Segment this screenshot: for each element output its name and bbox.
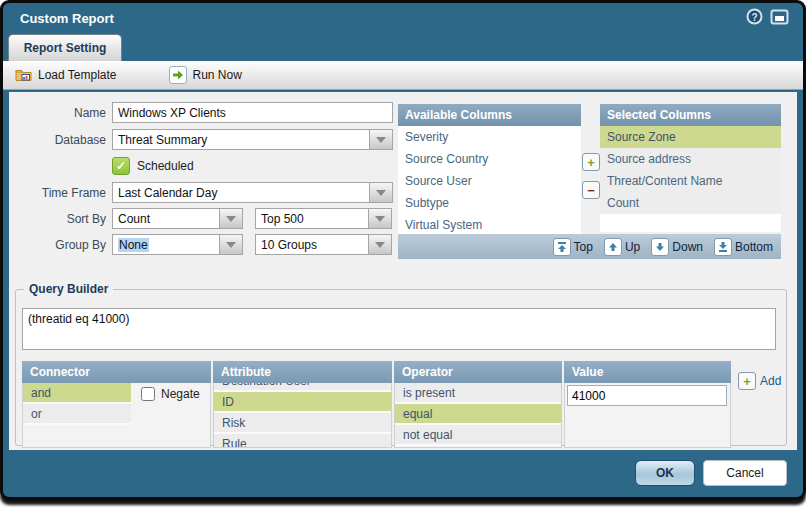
attribute-option[interactable]: Rule: [214, 434, 391, 448]
cancel-button[interactable]: Cancel: [703, 460, 787, 486]
attribute-header: Attribute: [213, 361, 392, 383]
chevron-down-icon[interactable]: [369, 183, 392, 202]
tab-label: Report Setting: [24, 41, 107, 55]
tab-strip: Report Setting: [3, 31, 803, 61]
folder-icon: [15, 67, 32, 84]
arrow-top-icon: [553, 238, 571, 256]
database-dropdown[interactable]: Threat Summary: [112, 129, 393, 150]
move-top-label: Top: [574, 240, 593, 254]
attribute-list[interactable]: Destination User ID Risk Rule: [213, 383, 392, 448]
svg-text:?: ?: [751, 12, 757, 23]
operator-option[interactable]: not equal: [395, 425, 561, 446]
help-icon[interactable]: ?: [746, 8, 763, 28]
available-columns-list: Severity Source Country Source User Subt…: [398, 126, 581, 236]
negate-field: Negate: [141, 387, 200, 401]
move-down-button[interactable]: Down: [651, 238, 703, 256]
value-input[interactable]: [567, 385, 727, 406]
move-bottom-button[interactable]: Bottom: [714, 238, 773, 256]
operator-list[interactable]: is present equal not equal: [394, 383, 562, 448]
selected-columns-panel: Selected Columns Source Zone Source addr…: [600, 104, 781, 232]
load-template-label: Load Template: [38, 68, 117, 82]
run-now-button[interactable]: Run Now: [157, 61, 254, 89]
ok-button[interactable]: OK: [635, 460, 695, 486]
available-columns-header: Available Columns: [398, 104, 581, 126]
list-item[interactable]: Virtual System: [398, 214, 581, 236]
remove-column-button[interactable]: −: [582, 181, 600, 199]
database-label: Database: [9, 133, 106, 147]
sort-by-value: Count: [118, 212, 150, 226]
list-item[interactable]: Source User: [398, 170, 581, 192]
group-by-dropdown[interactable]: None: [112, 234, 243, 255]
list-item[interactable]: Source address: [600, 148, 781, 170]
dialog-footer: OK Cancel: [635, 460, 787, 486]
chevron-down-icon[interactable]: [219, 209, 242, 228]
minimize-window-icon[interactable]: [770, 9, 789, 28]
selected-columns-header: Selected Columns: [600, 104, 781, 126]
selected-columns-list: Source Zone Source address Threat/Conten…: [600, 126, 781, 232]
attribute-option[interactable]: Risk: [214, 413, 391, 434]
query-input[interactable]: [22, 308, 776, 350]
tab-report-setting[interactable]: Report Setting: [8, 34, 122, 61]
attribute-option[interactable]: Destination User: [214, 383, 391, 392]
query-builder-title: Query Builder: [24, 282, 113, 296]
available-columns-panel: Available Columns Severity Source Countr…: [398, 104, 581, 236]
chevron-down-icon[interactable]: [368, 235, 391, 254]
run-now-label: Run Now: [193, 68, 242, 82]
operator-column: Operator is present equal not equal: [394, 361, 562, 448]
list-item[interactable]: Subtype: [398, 192, 581, 214]
name-input[interactable]: [112, 102, 393, 123]
add-rule-label: Add: [760, 374, 781, 388]
arrow-down-icon: [651, 238, 669, 256]
connector-column: Connector and or Negate: [22, 361, 211, 448]
run-now-icon: [169, 66, 187, 84]
list-item[interactable]: Threat/Content Name: [600, 170, 781, 192]
group-by-label: Group By: [9, 238, 106, 252]
dialog-title: Custom Report: [20, 11, 114, 26]
connector-option-selected[interactable]: and: [23, 383, 131, 404]
load-template-button[interactable]: Load Template: [3, 61, 129, 89]
chevron-down-icon[interactable]: [219, 235, 242, 254]
operator-header: Operator: [394, 361, 562, 383]
arrow-up-icon: [604, 238, 622, 256]
scheduled-checkbox[interactable]: [112, 157, 130, 175]
list-item-selected[interactable]: Source Zone: [600, 126, 781, 148]
group-count-dropdown[interactable]: 10 Groups: [255, 234, 392, 255]
query-builder-section: Query Builder Connector and or Negate: [15, 282, 787, 446]
title-bar: Custom Report ?: [3, 3, 803, 31]
sort-by-dropdown[interactable]: Count: [112, 208, 243, 229]
chevron-down-icon[interactable]: [369, 130, 392, 149]
arrow-bottom-icon: [714, 238, 732, 256]
negate-checkbox[interactable]: [141, 387, 155, 401]
move-up-button[interactable]: Up: [604, 238, 640, 256]
time-frame-dropdown[interactable]: Last Calendar Day: [112, 182, 393, 203]
connector-header: Connector: [22, 361, 211, 383]
chevron-down-icon[interactable]: [368, 209, 391, 228]
list-item[interactable]: Count: [600, 192, 781, 214]
add-column-button[interactable]: +: [582, 153, 600, 171]
add-rule-button[interactable]: + Add: [738, 372, 781, 390]
value-column: Value: [564, 361, 731, 448]
list-item[interactable]: Severity: [398, 126, 581, 148]
empty-row: [600, 214, 781, 232]
group-count-value: 10 Groups: [261, 238, 317, 252]
operator-option-selected[interactable]: equal: [395, 404, 561, 425]
move-bottom-label: Bottom: [735, 240, 773, 254]
operator-option[interactable]: is present: [395, 383, 561, 404]
move-top-button[interactable]: Top: [553, 238, 593, 256]
move-down-label: Down: [672, 240, 703, 254]
name-label: Name: [9, 106, 106, 120]
database-value: Threat Summary: [118, 133, 207, 147]
custom-report-dialog: Custom Report ? Report Setting Load Temp…: [0, 0, 806, 500]
column-order-toolbar: Top Up Down Bottom: [398, 234, 781, 259]
scheduled-label: Scheduled: [137, 159, 194, 173]
negate-label: Negate: [161, 387, 200, 401]
move-up-label: Up: [625, 240, 640, 254]
plus-icon: +: [738, 372, 756, 390]
attribute-option-selected[interactable]: ID: [214, 392, 391, 413]
sort-limit-dropdown[interactable]: Top 500: [255, 208, 392, 229]
value-header: Value: [564, 361, 731, 383]
report-setting-panel: Name Database Threat Summary Scheduled T…: [9, 92, 797, 450]
sort-by-label: Sort By: [9, 212, 106, 226]
connector-option[interactable]: or: [23, 404, 131, 425]
list-item[interactable]: Source Country: [398, 148, 581, 170]
